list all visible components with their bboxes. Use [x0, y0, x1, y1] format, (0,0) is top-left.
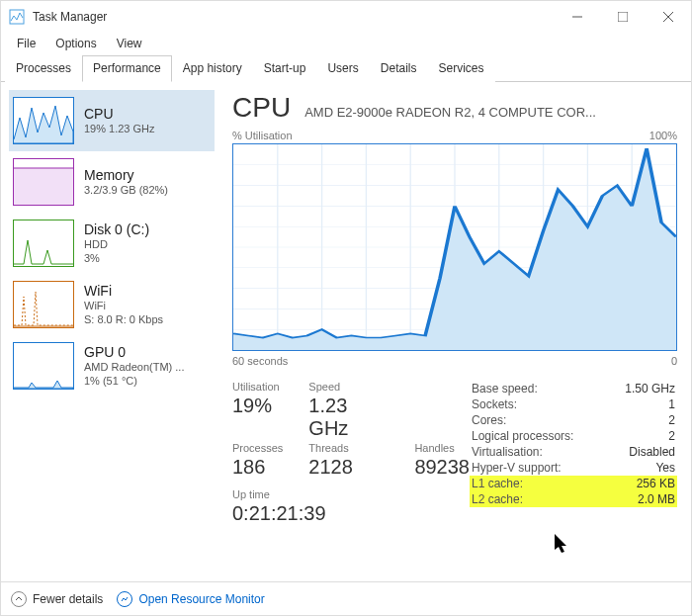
fewer-details-button[interactable]: Fewer details — [11, 591, 103, 607]
uptime-label: Up time — [232, 488, 470, 500]
tab-app-history[interactable]: App history — [172, 55, 253, 82]
maximize-button[interactable] — [600, 1, 646, 33]
stat-row: Hyper-V support:Yes — [470, 460, 677, 476]
stat-value: 19% — [232, 395, 283, 440]
stat-label: Utilisation — [232, 381, 283, 393]
chart-ylabel: % Utilisation — [232, 130, 293, 141]
sidebar-item-sub: 3.2/3.9 GB (82%) — [84, 183, 168, 197]
stat-label: Sockets: — [472, 397, 517, 411]
window-title: Task Manager — [33, 10, 107, 24]
sidebar-item-sub2: S: 8.0 R: 0 Kbps — [84, 312, 163, 326]
wifi-thumb-icon — [13, 281, 74, 328]
sidebar-item-gpu[interactable]: GPU 0 AMD Radeon(TM) ... 1% (51 °C) — [9, 335, 215, 396]
stat-row: L2 cache:2.0 MB — [470, 491, 677, 507]
stat-value: 1.23 GHz — [308, 395, 389, 440]
chart-ymax: 100% — [649, 130, 677, 141]
stat-value: Yes — [655, 461, 675, 475]
gpu-thumb-icon — [13, 342, 74, 390]
stat-row: Cores:2 — [470, 412, 677, 428]
tab-users[interactable]: Users — [316, 55, 369, 82]
stat-label: Speed — [308, 381, 389, 393]
stat-label: Handles — [414, 442, 470, 454]
stat-label: Threads — [308, 442, 389, 454]
stat-value: 89238 — [414, 456, 470, 479]
cpu-thumb-icon — [13, 97, 74, 144]
stat-value: 2128 — [308, 456, 389, 479]
sidebar-item-memory[interactable]: Memory 3.2/3.9 GB (82%) — [9, 151, 215, 213]
chart-xmax: 60 seconds — [232, 355, 288, 367]
sidebar-item-sub: HDD — [84, 237, 149, 251]
chevron-up-icon — [11, 591, 27, 607]
stat-row: Logical processors:2 — [470, 428, 677, 444]
stats-left: Utilisation Speed 19% 1.23 GHz Processes… — [232, 381, 470, 525]
stat-label: L1 cache: — [472, 477, 523, 490]
stat-value — [414, 395, 470, 440]
stat-value: 2 — [668, 413, 675, 427]
footer: Fewer details Open Resource Monitor — [1, 581, 691, 615]
cpu-model: AMD E2-9000e RADEON R2, 4 COMPUTE COR... — [304, 105, 677, 120]
stat-value: 1 — [668, 397, 675, 411]
stat-value: 2.0 MB — [638, 492, 675, 506]
stat-value: 1.50 GHz — [625, 382, 675, 396]
titlebar: Task Manager — [1, 1, 691, 33]
svg-rect-2 — [618, 12, 628, 22]
sidebar-item-label: CPU — [84, 106, 155, 122]
fewer-details-label: Fewer details — [33, 592, 103, 606]
chart-xmin: 0 — [671, 355, 677, 367]
page-title: CPU — [232, 92, 291, 124]
stat-row: Virtualisation:Disabled — [470, 444, 677, 460]
stat-value: 2 — [668, 429, 675, 443]
open-resource-monitor-link[interactable]: Open Resource Monitor — [117, 591, 264, 607]
sidebar-item-label: WiFi — [84, 283, 163, 299]
menu-file[interactable]: File — [7, 35, 45, 52]
tab-details[interactable]: Details — [370, 55, 428, 82]
svg-rect-5 — [14, 168, 73, 205]
tab-start-up[interactable]: Start-up — [253, 55, 317, 82]
menu-view[interactable]: View — [107, 35, 152, 52]
stat-label: L2 cache: — [472, 492, 523, 506]
tab-performance[interactable]: Performance — [82, 55, 172, 82]
sidebar: CPU 19% 1.23 GHz Memory 3.2/3.9 GB (82%) — [1, 82, 218, 581]
minimize-button[interactable] — [555, 1, 600, 33]
stat-value: Disabled — [629, 445, 675, 459]
sidebar-item-sub: WiFi — [84, 299, 163, 312]
close-button[interactable] — [646, 1, 691, 33]
svg-marker-27 — [555, 534, 566, 553]
stat-label: Base speed: — [472, 382, 538, 396]
disk-thumb-icon — [13, 220, 74, 267]
sidebar-item-wifi[interactable]: WiFi WiFi S: 8.0 R: 0 Kbps — [9, 274, 215, 335]
memory-thumb-icon — [13, 158, 74, 206]
sidebar-item-sub: 19% 1.23 GHz — [84, 122, 155, 135]
stat-value: 186 — [232, 456, 283, 479]
stat-row: Base speed:1.50 GHz — [470, 381, 677, 396]
tabs: Processes Performance App history Start-… — [1, 54, 691, 82]
stat-label: Virtualisation: — [472, 445, 543, 459]
uptime-value: 0:21:21:39 — [232, 502, 470, 525]
sidebar-item-disk[interactable]: Disk 0 (C:) HDD 3% — [9, 213, 215, 274]
sidebar-item-label: Memory — [84, 167, 168, 183]
menubar: File Options View — [1, 33, 691, 54]
stat-label: Cores: — [472, 413, 506, 427]
cpu-utilisation-chart — [232, 143, 677, 351]
stat-label — [414, 381, 470, 393]
sidebar-item-sub: AMD Radeon(TM) ... — [84, 360, 184, 374]
stats-right: Base speed:1.50 GHzSockets:1Cores:2Logic… — [470, 381, 677, 525]
sidebar-item-label: GPU 0 — [84, 344, 184, 360]
stat-label: Logical processors: — [472, 429, 573, 443]
sidebar-item-cpu[interactable]: CPU 19% 1.23 GHz — [9, 90, 215, 151]
stat-row: Sockets:1 — [470, 396, 677, 412]
monitor-icon — [117, 591, 132, 607]
sidebar-item-sub2: 3% — [84, 251, 149, 265]
stat-label: Hyper-V support: — [472, 461, 562, 475]
cursor-icon — [555, 534, 572, 556]
open-resource-monitor-label: Open Resource Monitor — [138, 592, 264, 606]
tab-services[interactable]: Services — [427, 55, 494, 82]
stat-label: Processes — [232, 442, 283, 454]
stat-row: L1 cache:256 KB — [470, 476, 677, 491]
sidebar-item-sub2: 1% (51 °C) — [84, 374, 184, 388]
menu-options[interactable]: Options — [45, 35, 106, 52]
sidebar-item-label: Disk 0 (C:) — [84, 221, 149, 237]
main-panel: CPU AMD E2-9000e RADEON R2, 4 COMPUTE CO… — [218, 82, 691, 581]
app-icon — [9, 9, 25, 25]
tab-processes[interactable]: Processes — [5, 55, 82, 82]
